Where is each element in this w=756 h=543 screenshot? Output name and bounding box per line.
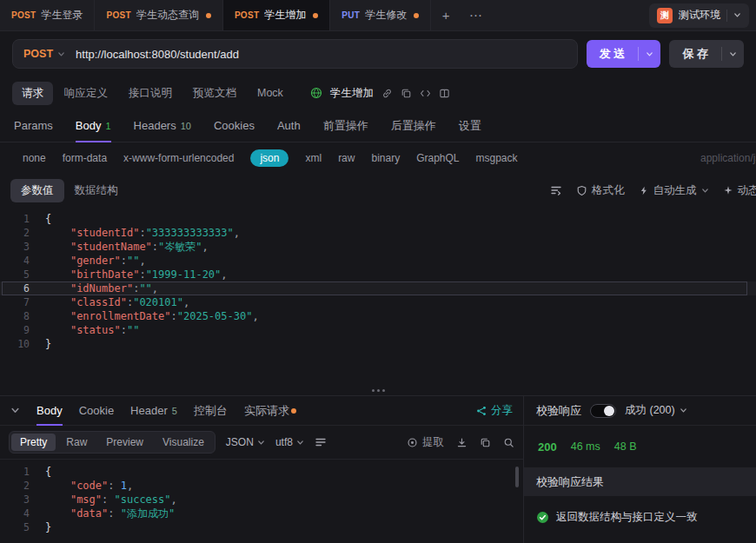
code-line[interactable]: 1{ bbox=[0, 212, 756, 226]
scrollbar-thumb[interactable] bbox=[515, 467, 519, 487]
dynamic-value-button[interactable]: 动态值 bbox=[723, 183, 756, 198]
tab-overflow-button[interactable]: ⋯ bbox=[461, 0, 490, 30]
encoding-value: utf8 bbox=[275, 436, 293, 448]
chevron-down-icon bbox=[257, 439, 265, 447]
window-tab[interactable]: POST学生登录 bbox=[0, 0, 95, 30]
code-text: "enrollmentDate":"2025-05-30", bbox=[45, 309, 259, 323]
save-options-button[interactable] bbox=[722, 50, 744, 58]
tab-data-schema[interactable]: 数据结构 bbox=[64, 179, 129, 202]
code-line[interactable]: 5 "birthDate":"1999-11-20", bbox=[0, 268, 756, 281]
language-selector[interactable]: JSON bbox=[226, 436, 265, 448]
response-tab[interactable]: Cookie bbox=[79, 396, 114, 425]
request-tab[interactable]: 后置操作 bbox=[391, 109, 436, 142]
request-body-editor[interactable]: 1{2 "studentId":"333333333333",3 "studen… bbox=[0, 207, 756, 385]
code-line[interactable]: 3 "msg": "success", bbox=[0, 493, 523, 507]
share-button[interactable]: 分享 bbox=[476, 403, 513, 418]
split-layout-icon[interactable] bbox=[439, 88, 450, 99]
body-type-option[interactable]: form-data bbox=[63, 152, 107, 164]
new-tab-button[interactable]: + bbox=[431, 0, 461, 30]
body-type-option[interactable]: msgpack bbox=[476, 152, 518, 164]
response-tab[interactable]: Body bbox=[36, 396, 63, 425]
request-tab[interactable]: Headers10 bbox=[134, 109, 191, 142]
environment-selector[interactable]: 测 测试环境 bbox=[649, 3, 749, 28]
send-button[interactable]: 发 送 bbox=[587, 40, 661, 68]
response-tab[interactable]: 控制台 bbox=[194, 396, 228, 425]
environment-name: 测试环境 bbox=[679, 8, 720, 23]
code-line[interactable]: 7 "classId":"020101", bbox=[0, 295, 756, 309]
link-icon[interactable] bbox=[381, 88, 393, 99]
code-text: "code": 1, bbox=[45, 479, 133, 493]
body-type-option[interactable]: xml bbox=[305, 152, 322, 164]
method-selector[interactable]: POST bbox=[23, 48, 65, 60]
response-time: 46 ms bbox=[571, 440, 600, 453]
line-number: 2 bbox=[0, 479, 45, 493]
body-type-option[interactable]: none bbox=[23, 152, 46, 164]
response-view-tab[interactable]: Raw bbox=[57, 434, 96, 451]
code-line[interactable]: 4 "gender":"", bbox=[0, 254, 756, 268]
extract-button[interactable]: 提取 bbox=[407, 435, 444, 450]
response-tab[interactable]: 实际请求 bbox=[244, 396, 296, 425]
search-icon[interactable] bbox=[503, 437, 514, 448]
request-tab-count: 10 bbox=[181, 121, 191, 131]
send-options-button[interactable] bbox=[639, 50, 660, 58]
response-view-tab[interactable]: Pretty bbox=[11, 434, 56, 451]
response-body-editor[interactable]: 1{2 "code": 1,3 "msg": "success",4 "data… bbox=[0, 459, 523, 543]
align-lines-icon[interactable] bbox=[550, 184, 562, 196]
encoding-selector[interactable]: utf8 bbox=[275, 436, 304, 448]
validation-header: 校验响应 成功 (200) bbox=[524, 396, 756, 426]
request-tab[interactable]: 前置操作 bbox=[323, 109, 368, 142]
tab-parameter-value[interactable]: 参数值 bbox=[10, 179, 64, 202]
response-tab-count: 5 bbox=[172, 406, 177, 416]
download-icon[interactable] bbox=[456, 437, 468, 448]
validate-toggle[interactable] bbox=[590, 404, 616, 418]
url-input[interactable]: http://localhost:8080/student/add bbox=[76, 48, 239, 61]
code-line[interactable]: 5} bbox=[0, 520, 523, 534]
window-tab[interactable]: POST学生动态查询 bbox=[95, 0, 222, 30]
collapse-pane-icon[interactable] bbox=[10, 406, 20, 415]
body-type-option[interactable]: binary bbox=[371, 152, 400, 164]
code-line[interactable]: 4 "data": "添加成功" bbox=[0, 507, 523, 520]
copy-icon[interactable] bbox=[480, 437, 491, 448]
validate-result-selector[interactable]: 成功 (200) bbox=[625, 403, 687, 418]
save-button[interactable]: 保 存 bbox=[669, 40, 744, 68]
body-type-option[interactable]: json bbox=[250, 149, 288, 167]
response-view-tab[interactable]: Preview bbox=[97, 434, 152, 451]
format-button[interactable]: 格式化 bbox=[576, 183, 625, 198]
request-tab[interactable]: Body1 bbox=[76, 109, 111, 142]
code-line[interactable]: 6 "idNumber":"", bbox=[0, 281, 756, 295]
request-tab[interactable]: 设置 bbox=[459, 109, 481, 142]
code-text: "birthDate":"1999-11-20", bbox=[45, 268, 228, 281]
body-type-option[interactable]: x-www-form-urlencoded bbox=[123, 152, 234, 164]
code-icon[interactable] bbox=[420, 88, 431, 99]
url-box[interactable]: POST http://localhost:8080/student/add bbox=[12, 39, 578, 69]
pane-resize-handle[interactable] bbox=[0, 385, 756, 395]
body-type-option[interactable]: raw bbox=[338, 152, 355, 164]
code-line[interactable]: 10} bbox=[0, 337, 756, 351]
copy-icon[interactable] bbox=[401, 88, 412, 99]
auto-generate-button[interactable]: 自动生成 bbox=[639, 183, 709, 198]
doc-nav-item[interactable]: Mock bbox=[248, 83, 293, 103]
response-size: 48 B bbox=[614, 440, 637, 453]
window-tab[interactable]: POST学生增加 bbox=[223, 0, 330, 30]
body-type-option[interactable]: GraphQL bbox=[416, 152, 459, 164]
code-line[interactable]: 3 "studentName":"岑敏荣", bbox=[0, 240, 756, 254]
tab-title-label: 学生登录 bbox=[41, 8, 83, 23]
doc-nav-item[interactable]: 响应定义 bbox=[55, 82, 117, 105]
response-view-tab[interactable]: Visualize bbox=[154, 434, 213, 451]
code-line[interactable]: 8 "enrollmentDate":"2025-05-30", bbox=[0, 309, 756, 323]
code-text: } bbox=[45, 337, 51, 351]
doc-nav-item[interactable]: 请求 bbox=[12, 82, 53, 105]
code-line[interactable]: 2 "studentId":"333333333333", bbox=[0, 226, 756, 240]
request-tab[interactable]: Params bbox=[14, 109, 53, 142]
wrap-lines-icon[interactable] bbox=[315, 436, 327, 448]
request-tab[interactable]: Cookies bbox=[214, 109, 255, 142]
code-line[interactable]: 2 "code": 1, bbox=[0, 479, 523, 493]
request-tab[interactable]: Auth bbox=[277, 109, 301, 142]
chevron-down-icon bbox=[701, 187, 709, 195]
doc-nav-item[interactable]: 预览文档 bbox=[183, 82, 246, 105]
code-line[interactable]: 9 "status":"" bbox=[0, 323, 756, 337]
response-tab[interactable]: Header5 bbox=[130, 396, 177, 425]
code-line[interactable]: 1{ bbox=[0, 465, 523, 479]
doc-nav-item[interactable]: 接口说明 bbox=[119, 82, 182, 105]
window-tab[interactable]: PUT学生修改 bbox=[330, 0, 431, 30]
